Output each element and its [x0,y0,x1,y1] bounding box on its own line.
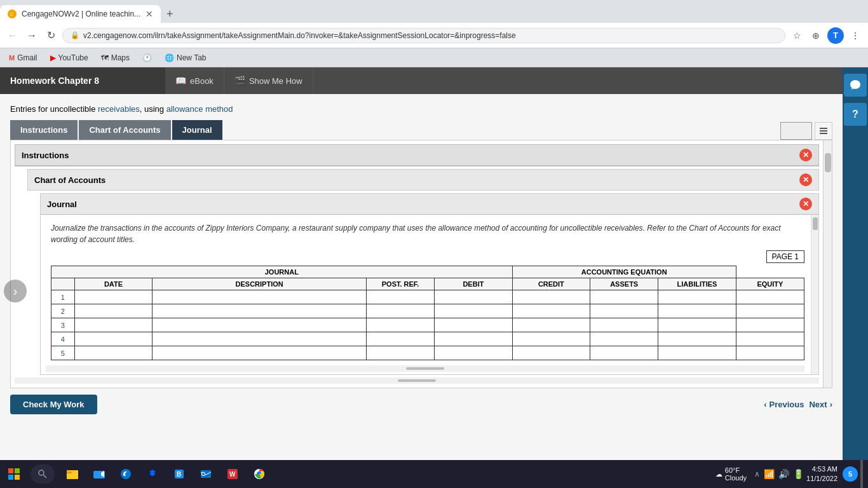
text-input-button[interactable] [780,122,812,140]
profile-icon[interactable]: T [827,27,844,44]
row-3-liabilities[interactable] [658,318,736,332]
row-4-debit-input[interactable] [435,332,512,346]
row-5-desc-input[interactable] [153,346,366,360]
scrollbar[interactable] [823,140,832,388]
row-2-equity[interactable] [736,304,804,318]
row-2-liabilities-input[interactable] [658,304,735,318]
journal-close-button[interactable]: ✕ [799,198,812,210]
bookmark-extension[interactable]: 🕐 [139,52,156,64]
row-4-credit[interactable] [512,332,590,346]
row-4-assets[interactable] [590,332,658,346]
row-1-assets-input[interactable] [590,290,658,304]
row-1-assets[interactable] [590,290,658,304]
row-3-credit-input[interactable] [513,318,590,332]
row-5-date[interactable] [74,346,152,360]
row-4-postref-input[interactable] [367,332,434,346]
next-button[interactable]: Next › [809,400,832,409]
back-button[interactable]: ← [5,28,20,43]
row-2-postref-input[interactable] [367,304,434,318]
row-5-postref[interactable] [367,346,435,360]
show-desktop-button[interactable] [860,460,863,488]
notification-badge[interactable]: 5 [843,466,858,482]
instructions-close-button[interactable]: ✕ [799,149,812,161]
outer-scroll-handle[interactable] [398,379,436,382]
row-5-debit[interactable] [435,346,512,360]
row-2-credit-input[interactable] [513,304,590,318]
row-3-date-input[interactable] [75,318,152,332]
row-2-date-input[interactable] [75,304,152,318]
row-3-postref-input[interactable] [367,318,434,332]
volume-icon[interactable]: 🔊 [778,469,789,479]
question-button[interactable]: ? [844,103,867,126]
row-2-credit[interactable] [512,304,590,318]
row-5-postref-input[interactable] [367,346,434,360]
row-2-assets-input[interactable] [590,304,658,318]
scroll-handle[interactable] [406,367,444,370]
row-2-equity-input[interactable] [736,304,804,318]
row-1-equity-input[interactable] [736,290,804,304]
row-5-equity-input[interactable] [736,346,804,360]
row-5-liabilities[interactable] [658,346,736,360]
row-2-assets[interactable] [590,304,658,318]
row-1-liabilities[interactable] [658,290,736,304]
nav-forward-arrow[interactable]: › [4,280,27,302]
row-4-debit[interactable] [435,332,512,346]
row-1-date-input[interactable] [75,290,152,304]
row-4-assets-input[interactable] [590,332,658,346]
row-3-credit[interactable] [512,318,590,332]
row-3-desc[interactable] [153,318,367,332]
taskbar-chrome[interactable] [247,460,272,488]
row-2-debit-input[interactable] [435,304,512,318]
list-view-button[interactable] [815,122,832,140]
row-2-debit[interactable] [435,304,512,318]
bookmark-youtube[interactable]: ▶ YouTube [46,52,92,64]
row-3-date[interactable] [74,318,152,332]
journal-tab-button[interactable]: Journal [172,120,222,140]
row-2-desc-input[interactable] [153,304,366,318]
row-5-date-input[interactable] [75,346,152,360]
taskbar-dropbox[interactable] [140,460,165,488]
row-1-postref-input[interactable] [367,290,434,304]
row-3-equity-input[interactable] [736,318,804,332]
row-3-liabilities-input[interactable] [658,318,735,332]
row-3-assets-input[interactable] [590,318,658,332]
bookmark-gmail[interactable]: M Gmail [5,52,41,64]
row-4-date-input[interactable] [75,332,152,346]
row-3-debit[interactable] [435,318,512,332]
battery-icon[interactable]: 🔋 [793,469,804,479]
tab-close-button[interactable]: ✕ [146,9,153,19]
row-1-debit[interactable] [435,290,512,304]
row-4-equity-input[interactable] [736,332,804,346]
forward-button[interactable]: → [24,28,39,43]
row-5-desc[interactable] [153,346,367,360]
url-bar[interactable]: 🔒 v2.cengagenow.com/ilrn/takeAssignment/… [62,28,785,43]
horizontal-scrollbar[interactable] [46,365,804,372]
row-1-date[interactable] [74,290,152,304]
row-5-credit[interactable] [512,346,590,360]
row-5-equity[interactable] [736,346,804,360]
network-icon[interactable]: 📶 [764,469,775,479]
chat-button[interactable] [844,74,867,97]
scrollbar-thumb[interactable] [825,153,831,172]
journal-scrollbar[interactable] [811,215,818,374]
row-2-postref[interactable] [367,304,435,318]
row-4-date[interactable] [74,332,152,346]
bookmark-icon[interactable]: ☆ [789,28,804,43]
row-3-postref[interactable] [367,318,435,332]
more-options-icon[interactable]: ⋮ [848,28,863,43]
row-2-date[interactable] [74,304,152,318]
new-tab-button[interactable]: + [161,5,179,23]
instructions-tab-button[interactable]: Instructions [10,120,78,140]
refresh-button[interactable]: ↻ [43,28,58,43]
allowance-link[interactable]: allowance method [166,104,233,114]
taskbar-zoom[interactable] [86,460,112,488]
tray-datetime[interactable]: 4:53 AM 11/1/2022 [806,464,837,484]
tray-up-arrow-icon[interactable]: ∧ [754,470,760,478]
taskbar-fileexplorer[interactable] [60,460,85,488]
browser-tab[interactable]: C CengageNOWv2 | Online teachin... ✕ [0,5,161,23]
journal-scrollbar-thumb[interactable] [813,217,818,230]
row-3-equity[interactable] [736,318,804,332]
bookmark-newtab[interactable]: 🌐 New Tab [161,52,210,64]
start-button[interactable] [0,460,28,488]
row-5-liabilities-input[interactable] [658,346,735,360]
